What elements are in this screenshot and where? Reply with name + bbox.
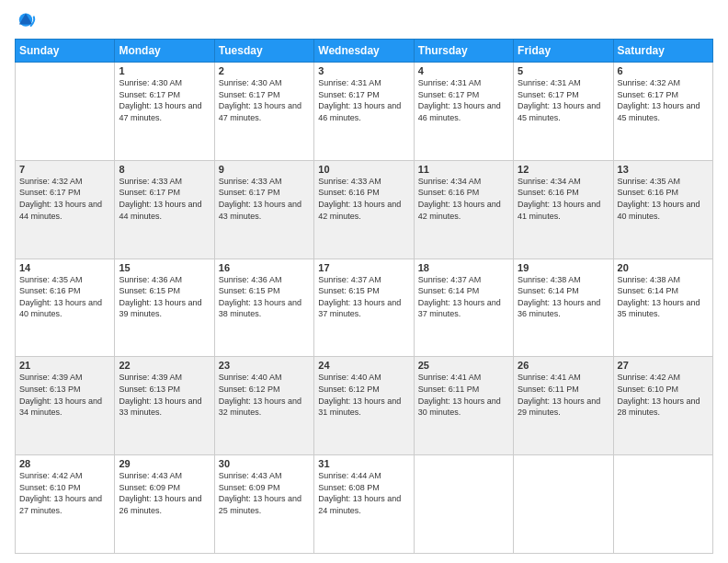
logo-area xyxy=(15,11,40,33)
calendar-cell xyxy=(514,455,613,554)
calendar-cell xyxy=(414,455,513,554)
day-number: 31 xyxy=(318,458,409,469)
calendar-cell: 28Sunrise: 4:42 AM Sunset: 6:10 PM Dayli… xyxy=(16,455,115,554)
day-number: 18 xyxy=(418,262,509,273)
day-info: Sunrise: 4:37 AM Sunset: 6:15 PM Dayligh… xyxy=(318,274,409,320)
weekday-header-monday: Monday xyxy=(115,40,214,63)
week-row-1: 1Sunrise: 4:30 AM Sunset: 6:17 PM Daylig… xyxy=(16,63,713,161)
day-number: 17 xyxy=(318,262,409,273)
day-info: Sunrise: 4:40 AM Sunset: 6:12 PM Dayligh… xyxy=(219,372,310,418)
calendar-cell: 21Sunrise: 4:39 AM Sunset: 6:13 PM Dayli… xyxy=(16,357,115,455)
weekday-header-wednesday: Wednesday xyxy=(314,40,414,63)
logo-icon xyxy=(15,11,37,33)
day-info: Sunrise: 4:41 AM Sunset: 6:11 PM Dayligh… xyxy=(418,372,509,418)
day-info: Sunrise: 4:41 AM Sunset: 6:11 PM Dayligh… xyxy=(518,372,609,418)
day-info: Sunrise: 4:42 AM Sunset: 6:10 PM Dayligh… xyxy=(618,372,709,418)
day-info: Sunrise: 4:32 AM Sunset: 6:17 PM Dayligh… xyxy=(618,77,709,123)
calendar-cell: 7Sunrise: 4:32 AM Sunset: 6:17 PM Daylig… xyxy=(16,160,115,259)
calendar-table: SundayMondayTuesdayWednesdayThursdayFrid… xyxy=(15,39,713,554)
day-number: 11 xyxy=(418,164,509,175)
day-info: Sunrise: 4:38 AM Sunset: 6:14 PM Dayligh… xyxy=(518,274,609,320)
day-number: 30 xyxy=(219,458,310,469)
day-info: Sunrise: 4:31 AM Sunset: 6:17 PM Dayligh… xyxy=(518,77,609,123)
day-number: 24 xyxy=(318,360,409,371)
calendar-cell: 17Sunrise: 4:37 AM Sunset: 6:15 PM Dayli… xyxy=(314,259,414,357)
day-number: 14 xyxy=(19,262,110,273)
day-number: 1 xyxy=(119,65,210,76)
day-info: Sunrise: 4:31 AM Sunset: 6:17 PM Dayligh… xyxy=(418,77,509,123)
day-number: 27 xyxy=(618,360,709,371)
calendar-cell: 11Sunrise: 4:34 AM Sunset: 6:16 PM Dayli… xyxy=(414,160,513,259)
day-info: Sunrise: 4:32 AM Sunset: 6:17 PM Dayligh… xyxy=(19,176,110,222)
day-info: Sunrise: 4:38 AM Sunset: 6:14 PM Dayligh… xyxy=(618,274,709,320)
calendar-cell: 10Sunrise: 4:33 AM Sunset: 6:16 PM Dayli… xyxy=(314,160,414,259)
calendar-cell: 12Sunrise: 4:34 AM Sunset: 6:16 PM Dayli… xyxy=(514,160,613,259)
day-number: 22 xyxy=(119,360,210,371)
day-info: Sunrise: 4:42 AM Sunset: 6:10 PM Dayligh… xyxy=(19,470,110,516)
day-number: 26 xyxy=(518,360,609,371)
day-number: 3 xyxy=(318,65,409,76)
calendar-cell: 24Sunrise: 4:40 AM Sunset: 6:12 PM Dayli… xyxy=(314,357,414,455)
top-section xyxy=(15,11,713,33)
day-number: 16 xyxy=(219,262,310,273)
day-number: 12 xyxy=(518,164,609,175)
calendar-cell: 9Sunrise: 4:33 AM Sunset: 6:17 PM Daylig… xyxy=(214,160,313,259)
day-info: Sunrise: 4:39 AM Sunset: 6:13 PM Dayligh… xyxy=(119,372,210,418)
day-number: 19 xyxy=(518,262,609,273)
day-info: Sunrise: 4:35 AM Sunset: 6:16 PM Dayligh… xyxy=(19,274,110,320)
calendar-cell xyxy=(16,63,115,161)
calendar-cell: 20Sunrise: 4:38 AM Sunset: 6:14 PM Dayli… xyxy=(613,259,712,357)
day-number: 6 xyxy=(618,65,709,76)
day-number: 5 xyxy=(518,65,609,76)
calendar-cell: 3Sunrise: 4:31 AM Sunset: 6:17 PM Daylig… xyxy=(314,63,414,161)
calendar-cell: 1Sunrise: 4:30 AM Sunset: 6:17 PM Daylig… xyxy=(115,63,214,161)
day-info: Sunrise: 4:35 AM Sunset: 6:16 PM Dayligh… xyxy=(618,176,709,222)
day-number: 23 xyxy=(219,360,310,371)
day-info: Sunrise: 4:36 AM Sunset: 6:15 PM Dayligh… xyxy=(119,274,210,320)
calendar-cell: 25Sunrise: 4:41 AM Sunset: 6:11 PM Dayli… xyxy=(414,357,513,455)
day-info: Sunrise: 4:36 AM Sunset: 6:15 PM Dayligh… xyxy=(219,274,310,320)
calendar-cell: 8Sunrise: 4:33 AM Sunset: 6:17 PM Daylig… xyxy=(115,160,214,259)
calendar-cell: 4Sunrise: 4:31 AM Sunset: 6:17 PM Daylig… xyxy=(414,63,513,161)
calendar-cell: 27Sunrise: 4:42 AM Sunset: 6:10 PM Dayli… xyxy=(613,357,712,455)
day-info: Sunrise: 4:43 AM Sunset: 6:09 PM Dayligh… xyxy=(119,470,210,516)
weekday-header-row: SundayMondayTuesdayWednesdayThursdayFrid… xyxy=(16,40,713,63)
day-number: 20 xyxy=(618,262,709,273)
calendar-cell: 14Sunrise: 4:35 AM Sunset: 6:16 PM Dayli… xyxy=(16,259,115,357)
calendar-cell: 2Sunrise: 4:30 AM Sunset: 6:17 PM Daylig… xyxy=(214,63,313,161)
day-info: Sunrise: 4:39 AM Sunset: 6:13 PM Dayligh… xyxy=(19,372,110,418)
day-number: 4 xyxy=(418,65,509,76)
day-number: 28 xyxy=(19,458,110,469)
calendar-cell: 30Sunrise: 4:43 AM Sunset: 6:09 PM Dayli… xyxy=(214,455,313,554)
week-row-4: 21Sunrise: 4:39 AM Sunset: 6:13 PM Dayli… xyxy=(16,357,713,455)
day-info: Sunrise: 4:37 AM Sunset: 6:14 PM Dayligh… xyxy=(418,274,509,320)
calendar-cell xyxy=(613,455,712,554)
day-info: Sunrise: 4:44 AM Sunset: 6:08 PM Dayligh… xyxy=(318,470,409,516)
calendar-cell: 5Sunrise: 4:31 AM Sunset: 6:17 PM Daylig… xyxy=(514,63,613,161)
day-info: Sunrise: 4:30 AM Sunset: 6:17 PM Dayligh… xyxy=(119,77,210,123)
day-number: 25 xyxy=(418,360,509,371)
day-info: Sunrise: 4:34 AM Sunset: 6:16 PM Dayligh… xyxy=(418,176,509,222)
day-number: 7 xyxy=(19,164,110,175)
calendar-cell: 29Sunrise: 4:43 AM Sunset: 6:09 PM Dayli… xyxy=(115,455,214,554)
day-number: 15 xyxy=(119,262,210,273)
day-info: Sunrise: 4:40 AM Sunset: 6:12 PM Dayligh… xyxy=(318,372,409,418)
calendar-cell: 31Sunrise: 4:44 AM Sunset: 6:08 PM Dayli… xyxy=(314,455,414,554)
day-number: 10 xyxy=(318,164,409,175)
week-row-5: 28Sunrise: 4:42 AM Sunset: 6:10 PM Dayli… xyxy=(16,455,713,554)
weekday-header-tuesday: Tuesday xyxy=(214,40,313,63)
calendar-cell: 22Sunrise: 4:39 AM Sunset: 6:13 PM Dayli… xyxy=(115,357,214,455)
calendar-cell: 16Sunrise: 4:36 AM Sunset: 6:15 PM Dayli… xyxy=(214,259,313,357)
day-number: 2 xyxy=(219,65,310,76)
day-info: Sunrise: 4:33 AM Sunset: 6:17 PM Dayligh… xyxy=(219,176,310,222)
calendar-cell: 15Sunrise: 4:36 AM Sunset: 6:15 PM Dayli… xyxy=(115,259,214,357)
day-number: 9 xyxy=(219,164,310,175)
weekday-header-thursday: Thursday xyxy=(414,40,513,63)
calendar-cell: 26Sunrise: 4:41 AM Sunset: 6:11 PM Dayli… xyxy=(514,357,613,455)
day-number: 8 xyxy=(119,164,210,175)
week-row-3: 14Sunrise: 4:35 AM Sunset: 6:16 PM Dayli… xyxy=(16,259,713,357)
weekday-header-friday: Friday xyxy=(514,40,613,63)
day-number: 21 xyxy=(19,360,110,371)
day-info: Sunrise: 4:34 AM Sunset: 6:16 PM Dayligh… xyxy=(518,176,609,222)
page: SundayMondayTuesdayWednesdayThursdayFrid… xyxy=(0,0,728,563)
